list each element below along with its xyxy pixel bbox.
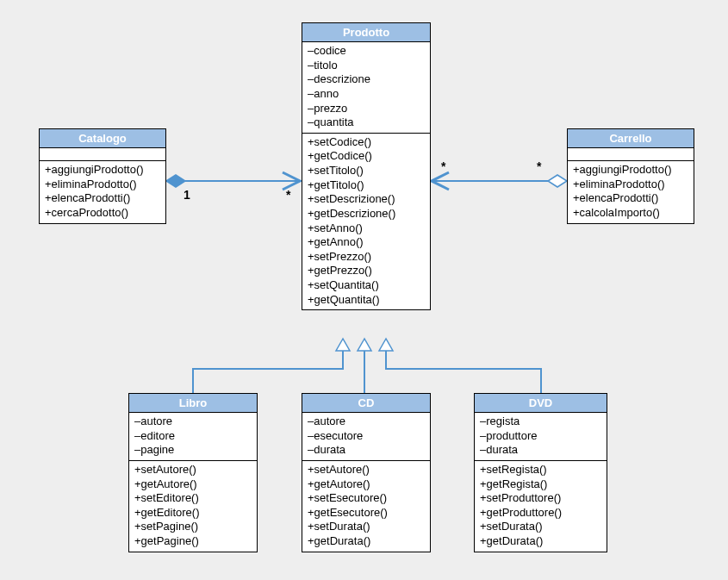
- op: +getTitolo(): [308, 178, 425, 193]
- class-title: Carrello: [568, 129, 694, 148]
- op: +aggiungiProdotto(): [573, 163, 688, 178]
- op: +setRegista(): [480, 463, 601, 477]
- operations-section: +setAutore() +getAutore() +setEditore() …: [129, 461, 257, 552]
- attr: –produttore: [480, 429, 601, 444]
- op: +calcolaImporto(): [573, 206, 688, 221]
- class-title: Libro: [129, 394, 257, 413]
- attr: –quantita: [308, 115, 425, 130]
- rel-catalogo-prodotto: [166, 175, 300, 187]
- op: +getDescrizione(): [308, 207, 425, 221]
- op: +eliminaProdotto(): [573, 178, 688, 192]
- operations-section: +aggiungiProdotto() +eliminaProdotto() +…: [40, 161, 165, 223]
- svg-marker-1: [166, 175, 185, 187]
- rel-carrello-prodotto: [432, 175, 567, 187]
- class-title: CD: [302, 394, 430, 413]
- class-prodotto: Prodotto –codice –titolo –descrizione –a…: [302, 22, 431, 310]
- class-cd: CD –autore –esecutore –durata +setAutore…: [302, 393, 431, 552]
- attributes-section: –codice –titolo –descrizione –anno –prez…: [302, 42, 430, 134]
- op: +setProduttore(): [480, 491, 601, 506]
- attr: –autore: [308, 415, 425, 429]
- op: +setTitolo(): [308, 164, 425, 178]
- op: +getEsecutore(): [308, 506, 425, 521]
- op: +setDescrizione(): [308, 192, 425, 207]
- class-carrello: Carrello +aggiungiProdotto() +eliminaPro…: [567, 128, 694, 224]
- op: +elencaProdotti(): [573, 191, 688, 206]
- attr: –prezzo: [308, 102, 425, 116]
- op: +getRegista(): [480, 477, 601, 492]
- op: +getAutore(): [134, 477, 252, 492]
- attr: –pagine: [134, 443, 252, 458]
- op: +getProduttore(): [480, 506, 601, 521]
- op: +getPagine(): [134, 534, 252, 549]
- op: +getCodice(): [308, 149, 425, 164]
- op: +setAutore(): [308, 463, 425, 477]
- class-title: Catalogo: [40, 129, 165, 148]
- mult-catalogo-1: 1: [184, 188, 190, 202]
- attributes-section: –regista –produttore –durata: [475, 413, 607, 461]
- attr: –esecutore: [308, 429, 425, 444]
- attr: –durata: [308, 443, 425, 458]
- class-catalogo: Catalogo +aggiungiProdotto() +eliminaPro…: [39, 128, 166, 224]
- attr: –descrizione: [308, 72, 425, 87]
- svg-marker-4: [336, 339, 350, 351]
- op: +setDurata(): [480, 520, 601, 534]
- class-dvd: DVD –regista –produttore –durata +setReg…: [474, 393, 607, 552]
- op: +getDurata(): [480, 534, 601, 549]
- class-libro: Libro –autore –editore –pagine +setAutor…: [128, 393, 258, 552]
- op: +eliminaProdotto(): [45, 178, 160, 192]
- attributes-section: [40, 148, 165, 161]
- op: +setPrezzo(): [308, 250, 425, 265]
- class-title: DVD: [475, 394, 607, 413]
- operations-section: +setCodice() +getCodice() +setTitolo() +…: [302, 134, 430, 310]
- operations-section: +aggiungiProdotto() +eliminaProdotto() +…: [568, 161, 694, 223]
- operations-section: +setRegista() +getRegista() +setProdutto…: [475, 461, 607, 552]
- attributes-section: –autore –editore –pagine: [129, 413, 257, 461]
- attr: –titolo: [308, 59, 425, 73]
- attr: –durata: [480, 443, 601, 458]
- svg-marker-5: [358, 339, 371, 351]
- op: +getEditore(): [134, 506, 252, 521]
- rel-inheritance: [193, 339, 541, 393]
- op: +setEsecutore(): [308, 491, 425, 506]
- op: +setQuantita(): [308, 278, 425, 293]
- attr: –anno: [308, 87, 425, 102]
- op: +setPagine(): [134, 520, 252, 534]
- op: +setAnno(): [308, 221, 425, 236]
- op: +setEditore(): [134, 491, 252, 506]
- attr: –autore: [134, 415, 252, 429]
- op: +getAnno(): [308, 235, 425, 250]
- mult-prodotto-right-star: *: [441, 159, 445, 173]
- mult-prodotto-left-star: *: [286, 188, 290, 202]
- attr: –codice: [308, 44, 425, 59]
- op: +elencaProdotti(): [45, 191, 160, 206]
- op: +getDurata(): [308, 534, 425, 549]
- class-title: Prodotto: [302, 23, 430, 42]
- attributes-section: [568, 148, 694, 161]
- svg-marker-3: [548, 175, 567, 187]
- op: +setDurata(): [308, 520, 425, 534]
- attr: –regista: [480, 415, 601, 429]
- op: +setAutore(): [134, 463, 252, 477]
- svg-marker-7: [379, 339, 393, 351]
- operations-section: +setAutore() +getAutore() +setEsecutore(…: [302, 461, 430, 552]
- op: +aggiungiProdotto(): [45, 163, 160, 178]
- attr: –editore: [134, 429, 252, 444]
- op: +getQuantita(): [308, 293, 425, 308]
- op: +getAutore(): [308, 477, 425, 492]
- op: +cercaProdotto(): [45, 206, 160, 221]
- mult-carrello-star: *: [537, 159, 541, 173]
- op: +getPrezzo(): [308, 264, 425, 278]
- op: +setCodice(): [308, 135, 425, 150]
- attributes-section: –autore –esecutore –durata: [302, 413, 430, 461]
